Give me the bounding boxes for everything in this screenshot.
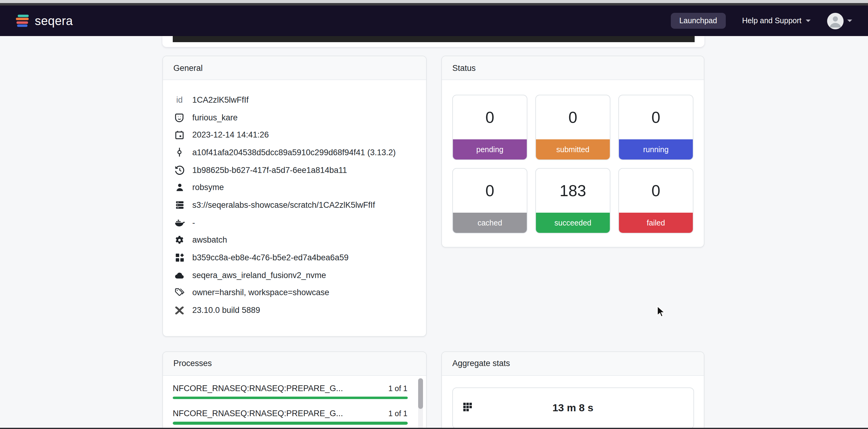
labels-value: owner=harshil, workspace=showcase <box>192 288 329 297</box>
status-tiles: 0 pending 0 submitted 0 running 0 cached <box>442 80 704 233</box>
process-progress-track <box>173 396 407 399</box>
status-tile-succeeded[interactable]: 183 succeeded <box>535 168 611 233</box>
status-tile-running[interactable]: 0 running <box>618 95 693 160</box>
process-task-count: 1 of 1 <box>388 409 407 418</box>
command-box <box>173 36 695 42</box>
navbar-right: Launchpad Help and Support <box>671 12 852 29</box>
workdir-value: s3://seqeralabs-showcase/scratch/1CA2zlK… <box>192 200 375 210</box>
session-id-value: 1b98625b-b627-417f-a5d7-6ee1a814ba11 <box>192 165 347 174</box>
walltime-value: 13 m 8 s <box>462 402 683 414</box>
pending-label: pending <box>453 139 527 160</box>
status-tile-cached[interactable]: 0 cached <box>452 168 527 233</box>
general-row-nextflow-version: 23.10.0 build 5889 <box>173 302 415 319</box>
general-row-computeenv-name: seqera_aws_ireland_fusionv2_nvme <box>173 266 415 284</box>
processes-card: Processes NFCORE_RNASEQ:RNASEQ:PREPARE_G… <box>162 351 426 429</box>
running-label: running <box>619 139 693 160</box>
general-row-session: 1b98625b-b627-417f-a5d7-6ee1a814ba11 <box>173 161 415 179</box>
container-value: - <box>192 218 195 227</box>
general-row-commit: a10f41afa204538d5dcc89a5910c299d68f94f41… <box>173 144 415 161</box>
aggregate-card-header: Aggregate stats <box>442 352 704 375</box>
help-support-label: Help and Support <box>742 17 802 25</box>
cloud-icon <box>173 271 186 279</box>
process-progress-bar <box>173 396 407 399</box>
run-id-value: 1CA2zlK5lwFfIf <box>192 95 249 105</box>
processes-card-header: Processes <box>163 352 426 375</box>
processes-list: NFCORE_RNASEQ:RNASEQ:PREPARE_G... 1 of 1… <box>163 375 426 424</box>
failed-count: 0 <box>619 169 693 213</box>
launchpad-button[interactable]: Launchpad <box>671 13 726 29</box>
nextflow-version-value: 23.10.0 build 5889 <box>192 306 260 315</box>
general-card: General id 1CA2zlK5lwFfIf <box>162 56 426 336</box>
calendar-icon <box>173 130 186 140</box>
mouse-cursor <box>657 306 666 318</box>
history-icon <box>173 165 186 175</box>
general-row-user: robsyme <box>173 179 415 196</box>
process-name[interactable]: NFCORE_RNASEQ:RNASEQ:PREPARE_G... <box>173 409 343 418</box>
commit-value: a10f41afa204538d5dcc89a5910c299d68f94f41… <box>192 148 396 157</box>
general-row-executor: awsbatch <box>173 231 415 249</box>
aggregate-card-body: 13 m 8 s <box>442 375 704 429</box>
process-item: NFCORE_RNASEQ:RNASEQ:PREPARE_G... 1 of 1 <box>173 409 407 424</box>
tags-icon <box>173 288 186 297</box>
cached-count: 0 <box>453 169 527 213</box>
process-item: NFCORE_RNASEQ:RNASEQ:PREPARE_G... 1 of 1 <box>173 383 407 399</box>
start-date-value: 2023-12-14 14:41:26 <box>192 130 269 139</box>
nextflow-icon <box>173 305 186 315</box>
shapes-icon <box>173 253 186 262</box>
running-count: 0 <box>619 95 693 139</box>
app-root: seqera Launchpad Help and Support <box>0 0 868 429</box>
brand-name: seqera <box>35 14 73 28</box>
processes-scrollbar-track[interactable] <box>418 378 423 429</box>
succeeded-count: 183 <box>536 169 610 213</box>
commit-icon <box>173 148 186 158</box>
status-tile-failed[interactable]: 0 failed <box>618 168 693 233</box>
process-task-count: 1 of 1 <box>388 384 407 393</box>
general-row-labels: owner=harshil, workspace=showcase <box>173 284 415 301</box>
process-progress-bar <box>173 422 407 424</box>
chevron-down-icon <box>806 20 811 22</box>
user-menu[interactable] <box>827 12 852 29</box>
status-tile-pending[interactable]: 0 pending <box>452 95 527 160</box>
process-progress-track <box>173 422 407 424</box>
compute-env-id-value: b359cc8a-eb8e-4c76-b5e2-ed7a4bea6a59 <box>192 253 348 262</box>
general-card-body: id 1CA2zlK5lwFfIf furious_kar <box>163 80 426 319</box>
person-icon <box>827 12 844 29</box>
status-card-header: Status <box>442 56 704 80</box>
user-icon <box>173 183 186 192</box>
general-row-container: - <box>173 214 415 231</box>
general-row-id: id 1CA2zlK5lwFfIf <box>173 91 415 109</box>
failed-label: failed <box>619 213 693 233</box>
executor-value: awsbatch <box>192 236 227 245</box>
submitted-count: 0 <box>536 95 610 139</box>
command-box-card <box>162 36 705 47</box>
window-bottom-edge <box>0 427 868 429</box>
id-label: id <box>173 95 186 105</box>
aggregate-stats-card: Aggregate stats 13 m 8 s <box>441 351 705 429</box>
general-row-workdir: s3://seqeralabs-showcase/scratch/1CA2zlK… <box>173 196 415 213</box>
docker-icon <box>173 218 186 227</box>
status-tile-submitted[interactable]: 0 submitted <box>535 95 611 160</box>
general-row-date: 2023-12-14 14:41:26 <box>173 126 415 144</box>
server-icon <box>173 200 186 210</box>
run-name-value: furious_kare <box>192 113 238 122</box>
top-navbar: seqera Launchpad Help and Support <box>0 5 868 36</box>
masks-icon <box>173 112 186 122</box>
avatar <box>827 12 844 29</box>
submitted-label: submitted <box>536 139 610 160</box>
gear-icon <box>173 235 186 245</box>
processes-scrollbar-thumb[interactable] <box>418 378 423 409</box>
help-support-menu[interactable]: Help and Support <box>742 17 811 25</box>
chevron-down-icon <box>847 20 852 22</box>
walltime-grid-icon <box>462 402 472 414</box>
general-row-computeenv-id: b359cc8a-eb8e-4c76-b5e2-ed7a4bea6a59 <box>173 249 415 266</box>
run-details-page: General id 1CA2zlK5lwFfIf <box>162 36 705 429</box>
compute-env-name-value: seqera_aws_ireland_fusionv2_nvme <box>192 270 326 280</box>
seqera-logo-icon <box>16 15 29 27</box>
window-top-divider <box>0 3 868 5</box>
general-card-header: General <box>163 56 426 80</box>
walltime-stat-tile: 13 m 8 s <box>452 387 694 429</box>
succeeded-label: succeeded <box>536 213 610 233</box>
username-value: robsyme <box>192 183 224 192</box>
seqera-home-link[interactable]: seqera <box>16 14 73 28</box>
process-name[interactable]: NFCORE_RNASEQ:RNASEQ:PREPARE_G... <box>173 383 343 393</box>
